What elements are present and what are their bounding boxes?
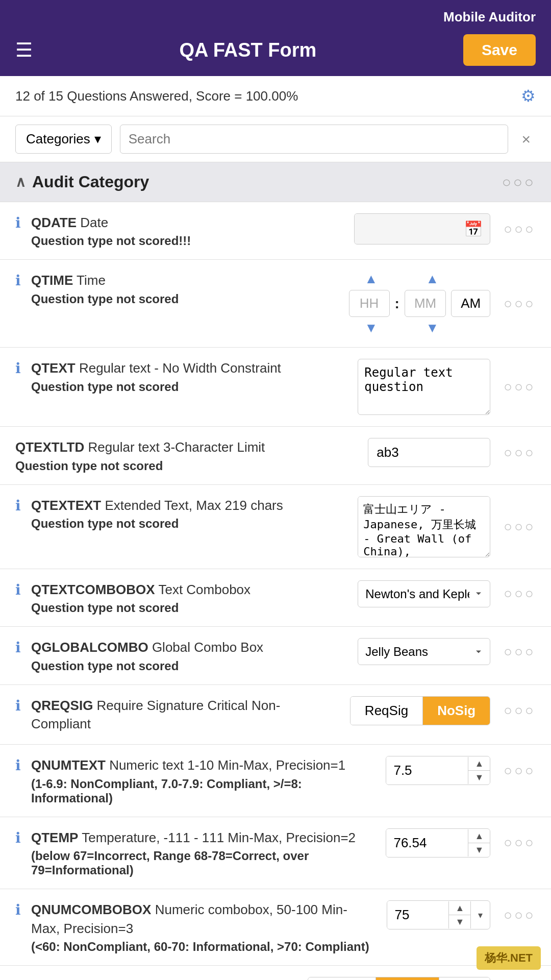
search-input[interactable]	[120, 125, 509, 154]
q2-dots-menu[interactable]: ○○○	[498, 296, 536, 312]
q-text-q7: Global Combo Box	[152, 640, 263, 655]
info-icon: ℹ	[15, 978, 21, 980]
qtext-textarea[interactable]: Regular text question	[358, 359, 490, 415]
audit-category-title: ∧ Audit Category	[15, 173, 149, 191]
q-code-q10: QTEMP	[31, 830, 78, 845]
question-sub-q3: Question type not scored	[31, 380, 342, 394]
num-input-wrapper-q10: ▲ ▼	[386, 828, 490, 857]
filter-bar: Categories ▾ ×	[0, 116, 551, 162]
page-title: QA FAST Form	[33, 39, 463, 61]
q11-dots-menu[interactable]: ○○○	[498, 907, 536, 923]
mm-up-arrow[interactable]: ▲	[412, 271, 453, 287]
hh-up-arrow[interactable]: ▲	[350, 271, 391, 287]
q-code-q8: QREQSIG	[31, 698, 93, 713]
question-left-q10: QTEMP Temperature, -111 - 111 Min-Max, P…	[31, 828, 375, 877]
mm-input[interactable]: MM	[405, 290, 446, 317]
save-button[interactable]: Save	[463, 34, 536, 66]
audit-category-header: ∧ Audit Category ○○○	[0, 162, 551, 202]
num-up-arrow-q10[interactable]: ▲	[468, 829, 490, 843]
qnumtext-input[interactable]	[386, 756, 468, 785]
numcombo-dropdown-arrow[interactable]: ▾	[471, 903, 490, 927]
qnumcombo-input[interactable]	[387, 901, 448, 929]
question-label-q1: QDATE Date	[31, 213, 339, 232]
q6-dots-menu[interactable]: ○○○	[498, 585, 536, 602]
num-up-arrow-q9[interactable]: ▲	[468, 757, 490, 771]
collapse-icon[interactable]: ∧	[15, 174, 26, 190]
radio-button-group-q12: Wrong Right Info	[308, 977, 490, 980]
question-sub-q10: (below 67=Incorrect, Range 68-78=Correct…	[31, 849, 370, 877]
question-left-q12: QRADIO Radio Button (With predefined com…	[31, 977, 297, 980]
numcombo-up-arrow[interactable]: ▲	[449, 901, 470, 915]
question-row: ℹ QTEXT Regular text - No Width Constrai…	[0, 348, 551, 427]
score-bar: 12 of 15 Questions Answered, Score = 100…	[0, 76, 551, 116]
question-left-q3: QTEXT Regular text - No Width Constraint…	[31, 359, 347, 394]
clear-search-button[interactable]: ×	[516, 129, 536, 150]
reqsig-button[interactable]: ReqSig	[350, 697, 423, 725]
q-code-q3: QTEXT	[31, 360, 76, 376]
question-sub-q2: Question type not scored	[31, 292, 334, 306]
gear-icon[interactable]: ⚙	[521, 86, 536, 106]
info-icon: ℹ	[15, 697, 21, 714]
nosig-button[interactable]: NoSig	[423, 697, 490, 725]
num-input-wrapper-q9: ▲ ▼	[386, 756, 490, 785]
question-right-q8: ReqSig NoSig ○○○	[350, 696, 536, 725]
question-left-q1: QDATE Date Question type not scored!!!	[31, 213, 344, 248]
hh-down-arrow[interactable]: ▼	[350, 320, 391, 336]
q4-dots-menu[interactable]: ○○○	[498, 445, 536, 461]
categories-dropdown-button[interactable]: Categories ▾	[15, 125, 112, 154]
mm-down-arrow[interactable]: ▼	[412, 320, 453, 336]
info-icon: ℹ	[15, 272, 21, 289]
info-icon: ℹ	[15, 214, 21, 231]
question-label-q12: QRADIO Radio Button	[31, 977, 292, 980]
num-spinner-q9: ▲ ▼	[468, 757, 490, 784]
question-sub-q11: (<60: NonCompliant, 60-70: Informational…	[31, 940, 371, 954]
hh-input[interactable]: HH	[349, 290, 390, 317]
time-down-arrows-row: ▼ ▼	[350, 320, 488, 336]
q1-dots-menu[interactable]: ○○○	[498, 221, 536, 237]
hamburger-menu-icon[interactable]: ☰	[15, 40, 33, 60]
info-icon: ℹ	[15, 901, 21, 918]
date-input[interactable]	[355, 214, 457, 244]
question-label-q5: QTEXTEXT Extended Text, Max 219 chars	[31, 496, 342, 514]
question-right-q7: Jelly Beans ○○○	[358, 638, 536, 665]
qtemp-input[interactable]	[386, 829, 468, 857]
numcombo-down-arrow[interactable]: ▼	[449, 915, 470, 928]
qtextltd-input[interactable]	[368, 438, 490, 467]
calendar-icon[interactable]: 📅	[457, 215, 490, 243]
question-row: ℹ QRADIO Radio Button (With predefined c…	[0, 966, 551, 980]
num-down-arrow-q10[interactable]: ▼	[468, 843, 490, 856]
watermark: 杨华.NET	[477, 946, 541, 970]
right-radio-button[interactable]: Right	[376, 977, 439, 980]
score-text: 12 of 15 Questions Answered, Score = 100…	[15, 88, 298, 104]
q3-dots-menu[interactable]: ○○○	[498, 379, 536, 395]
ampm-button[interactable]: AM	[451, 290, 490, 317]
qtextext-textarea[interactable]: 富士山エリア - Japanese, 万里长城 - Great Wall (of…	[358, 496, 490, 557]
q-code-q2: QTIME	[31, 273, 73, 288]
question-right-q2: ▲ ▲ HH : MM AM ▼ ▼	[349, 271, 536, 336]
audit-category-dots-menu[interactable]: ○○○	[502, 174, 536, 191]
q8-dots-menu[interactable]: ○○○	[498, 702, 536, 719]
info-icon: ℹ	[15, 757, 21, 774]
time-inputs-row: HH : MM AM	[349, 290, 491, 317]
num-spinner-q10: ▲ ▼	[468, 829, 490, 856]
question-left-q6: QTEXTCOMBOBOX Text Combobox Question typ…	[31, 580, 347, 615]
question-label-q9: QNUMTEXT Numeric text 1-10 Min-Max, Prec…	[31, 756, 370, 774]
q7-dots-menu[interactable]: ○○○	[498, 644, 536, 660]
qglobalcombo-select[interactable]: Jelly Beans	[358, 638, 490, 665]
q10-dots-menu[interactable]: ○○○	[498, 835, 536, 851]
question-left-q11: QNUMCOMBOBOX Numeric combobox, 50-100 Mi…	[31, 900, 377, 954]
time-input-wrapper: ▲ ▲ HH : MM AM ▼ ▼	[349, 271, 491, 336]
question-left-q2: QTIME Time Question type not scored	[31, 271, 339, 306]
question-row: ℹ QTEMP Temperature, -111 - 111 Min-Max,…	[0, 817, 551, 889]
question-row: ℹ QTEXTEXT Extended Text, Max 219 chars …	[0, 485, 551, 569]
q5-dots-menu[interactable]: ○○○	[498, 519, 536, 535]
question-row: ℹ QNUMCOMBOBOX Numeric combobox, 50-100 …	[0, 889, 551, 966]
q9-dots-menu[interactable]: ○○○	[498, 763, 536, 779]
qtextcombobox-select[interactable]: Newton's and Kepler's Laws	[358, 580, 490, 607]
wrong-radio-button[interactable]: Wrong	[308, 977, 376, 980]
question-right-q6: Newton's and Kepler's Laws ○○○	[358, 580, 536, 607]
num-down-arrow-q9[interactable]: ▼	[468, 771, 490, 784]
info-radio-button[interactable]: Info	[439, 977, 490, 980]
question-sub-q4: Question type not scored	[15, 459, 353, 473]
question-sub-q1: Question type not scored!!!	[31, 234, 339, 248]
